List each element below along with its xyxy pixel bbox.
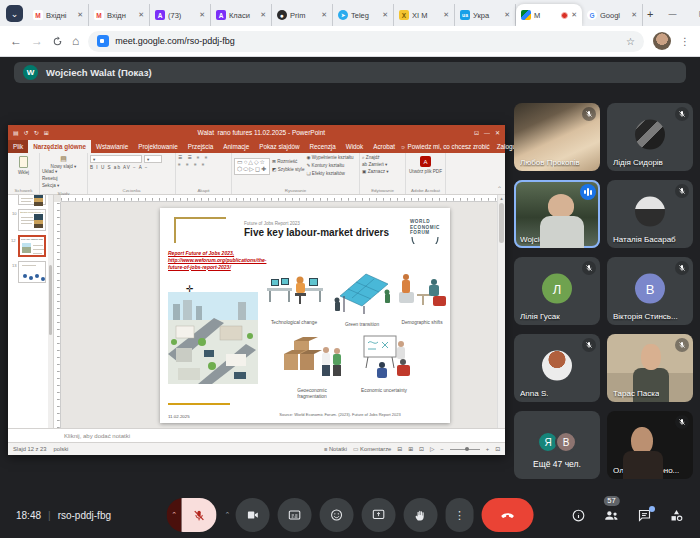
undo-icon[interactable]: ↺ xyxy=(24,129,29,136)
more-options-button[interactable]: ⋮ xyxy=(445,498,473,532)
collapse-ribbon-icon[interactable]: ⌃ xyxy=(497,185,502,192)
ppt-tab-animations[interactable]: Animacje xyxy=(218,140,254,153)
participant-tile[interactable]: Anna S. xyxy=(514,334,600,402)
participant-overflow-tile[interactable]: Я В Ещё 47 чел. xyxy=(514,411,600,479)
tab-close-icon[interactable]: ✕ xyxy=(443,11,449,19)
create-pdf-button[interactable]: A Utwórz plik PDF xyxy=(408,155,443,174)
ppt-tab-file[interactable]: Plik xyxy=(8,140,28,153)
shape-effects-button[interactable]: ❏ Efekty kształtów xyxy=(306,171,353,178)
shapes-gallery[interactable]: ▭○△◇☆⬡⬭▷◻✚ xyxy=(234,158,270,174)
shape-outline-button[interactable]: ✎ Kontury kształtu xyxy=(306,163,353,170)
participant-tile-speaking[interactable]: Wojciech Walat xyxy=(514,180,600,248)
participant-tile[interactable]: Л Лілія Гусак xyxy=(514,257,600,325)
view-reading-icon[interactable]: ⊡ xyxy=(419,446,424,452)
paste-button[interactable]: Wklej xyxy=(10,155,37,175)
slide-thumbnail[interactable]: 10 Źródła kompetencji 4.0 xyxy=(18,209,46,231)
browser-profile-avatar[interactable] xyxy=(653,32,671,50)
thumbnail-scrollbar[interactable] xyxy=(48,195,53,428)
chat-button[interactable] xyxy=(637,508,652,523)
tab-close-icon[interactable]: ✕ xyxy=(504,11,510,19)
view-normal-icon[interactable]: ⊟ xyxy=(397,446,402,452)
tab-close-icon[interactable]: ✕ xyxy=(260,11,266,19)
forward-icon[interactable]: → xyxy=(31,34,43,48)
canvas-scrollbar[interactable]: ▴ xyxy=(497,195,505,428)
ppt-display-icon[interactable]: ⊡ xyxy=(474,129,479,136)
maximize-button[interactable]: ▢ xyxy=(687,0,700,26)
redo-icon[interactable]: ↻ xyxy=(34,129,39,136)
ppt-minimize-icon[interactable]: — xyxy=(484,130,490,136)
ppt-close-icon[interactable]: ✕ xyxy=(495,129,500,136)
ppt-tab-slideshow[interactable]: Pokaz slajdów xyxy=(254,140,304,153)
replace-button[interactable]: ab Zamień ▾ xyxy=(362,162,403,169)
mic-button-muted[interactable]: ⌃ xyxy=(167,498,217,532)
slide-thumbnail[interactable]: 13 xyxy=(18,261,46,283)
view-sorter-icon[interactable]: ⊞ xyxy=(408,446,413,452)
reactions-button[interactable] xyxy=(319,498,353,532)
browser-tab-prim[interactable]: ● Prim ✕ xyxy=(272,4,333,26)
zoom-slider[interactable] xyxy=(450,449,480,450)
activities-button[interactable] xyxy=(669,508,684,523)
camera-button[interactable] xyxy=(235,498,269,532)
list-buttons[interactable]: ☰ ☰ ≡ ≡ xyxy=(178,155,229,162)
participant-tile[interactable]: В Вікторія Стинсь... xyxy=(607,257,693,325)
minimize-button[interactable]: — xyxy=(657,0,687,26)
mic-options-chevron-icon[interactable]: ⌃ xyxy=(167,498,182,532)
align-buttons[interactable]: ≡ ≡ ≡ ≡ xyxy=(178,162,229,169)
end-call-button[interactable] xyxy=(481,498,533,532)
captions-button[interactable] xyxy=(277,498,311,532)
font-size-select[interactable]: ▾ xyxy=(144,155,162,163)
arrange-button[interactable]: ⊞ Rozmieść xyxy=(272,159,304,166)
ppt-tab-view[interactable]: Widok xyxy=(341,140,369,153)
browser-menu-icon[interactable]: ⋮ xyxy=(680,36,690,47)
ppt-tab-design[interactable]: Projektowanie xyxy=(133,140,183,153)
zoom-out-icon[interactable]: − xyxy=(440,446,443,452)
browser-tab-ua[interactable]: ua Укра ✕ xyxy=(455,4,516,26)
browser-tab-telegram[interactable]: ➤ Teleg ✕ xyxy=(333,4,394,26)
tell-me-box[interactable]: ☼ Powiedz mi, co chcesz zrobić xyxy=(400,143,490,150)
camera-options-chevron-icon[interactable]: ⌃ xyxy=(225,511,231,519)
browser-tab-meet-active[interactable]: M ✕ xyxy=(516,4,582,26)
ppt-tab-acrobat[interactable]: Acrobat xyxy=(368,140,400,153)
browser-tab-classes[interactable]: A Класи ✕ xyxy=(211,4,272,26)
tab-close-icon[interactable]: ✕ xyxy=(138,11,144,19)
participant-tile[interactable]: Любов Прокопів xyxy=(514,103,600,171)
select-button[interactable]: ▣ Zaznacz ▾ xyxy=(362,169,403,176)
browser-tab-yellow[interactable]: X ХІ М ✕ xyxy=(394,4,455,26)
save-icon[interactable]: ▤ xyxy=(13,129,19,136)
participant-tile[interactable]: Лідія Сидорів xyxy=(607,103,693,171)
browser-tab-73[interactable]: A (73) ✕ xyxy=(150,4,211,26)
home-icon[interactable]: ⌂ xyxy=(72,34,79,48)
comments-toggle[interactable]: ▭ Komentarze xyxy=(353,446,391,452)
reset-button[interactable]: Resetuj xyxy=(42,176,85,183)
slide-thumbnail[interactable] xyxy=(18,195,46,205)
browser-tab-google[interactable]: G Googl ✕ xyxy=(582,4,643,26)
tab-close-icon[interactable]: ✕ xyxy=(321,11,327,19)
tab-search-button[interactable]: ⌄ xyxy=(6,5,23,22)
raise-hand-button[interactable] xyxy=(403,498,437,532)
new-tab-button[interactable]: + xyxy=(647,5,653,23)
tab-close-icon[interactable]: ✕ xyxy=(77,11,83,19)
notes-toggle[interactable]: ≡ Notatki xyxy=(324,446,347,452)
quick-styles-button[interactable]: ◩ Szybkie style xyxy=(272,167,304,174)
ppt-tab-home[interactable]: Narzędzia główne xyxy=(28,140,91,153)
url-text[interactable]: meet.google.com/rso-pddj-fbg xyxy=(115,36,620,46)
address-bar[interactable]: meet.google.com/rso-pddj-fbg ☆ xyxy=(88,31,644,52)
tab-close-icon[interactable]: ✕ xyxy=(199,11,205,19)
people-button[interactable]: 57 xyxy=(603,507,620,524)
slide-thumbnail-selected[interactable]: 12 Five key labour-market drivers xyxy=(18,235,46,257)
tab-close-icon[interactable]: ✕ xyxy=(571,11,577,19)
participant-tile[interactable]: Олена Трифоно... xyxy=(607,411,693,479)
font-style-buttons[interactable]: B I U S ab AV − A − xyxy=(90,165,173,172)
fit-slide-icon[interactable]: ⊡ xyxy=(495,446,500,452)
back-icon[interactable]: ← xyxy=(10,34,22,48)
current-slide[interactable]: Future of Jobs Report 2023 Five key labo… xyxy=(160,208,450,423)
browser-tab-inbox1[interactable]: M Вхідні ✕ xyxy=(28,4,89,26)
new-slide-button[interactable]: ▤ Nowy slajd ▾ xyxy=(42,155,85,169)
tab-close-icon[interactable]: ✕ xyxy=(382,11,388,19)
layout-button[interactable]: Układ ▾ xyxy=(42,169,85,176)
tab-close-icon[interactable]: ✕ xyxy=(631,11,637,19)
zoom-in-icon[interactable]: + xyxy=(486,446,489,452)
shape-fill-button[interactable]: ◉ Wypełnienie kształtu xyxy=(306,155,353,162)
participant-tile[interactable]: Тарас Паска xyxy=(607,334,693,402)
meeting-details-button[interactable] xyxy=(571,508,586,523)
